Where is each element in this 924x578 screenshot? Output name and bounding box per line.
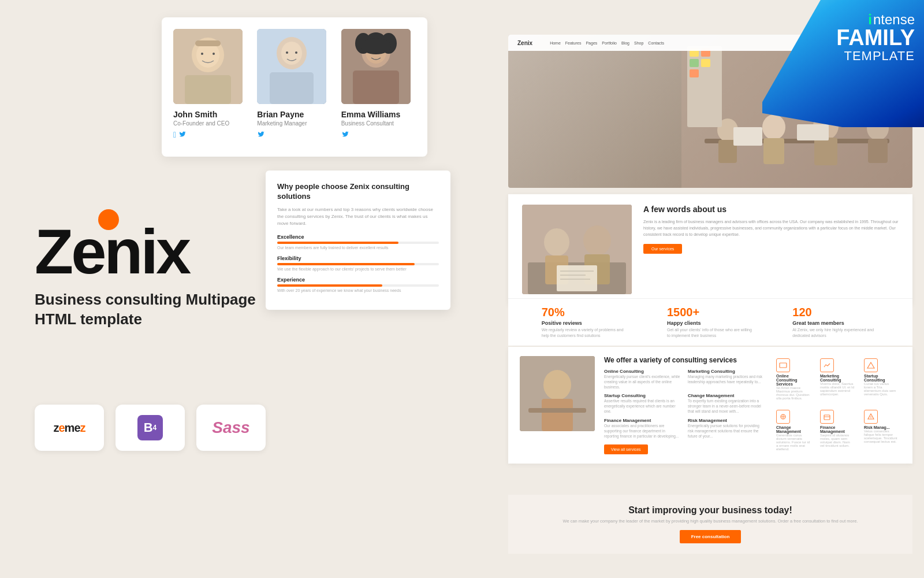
stat-reviews-label: Positive reviews bbox=[542, 320, 628, 326]
svg-rect-6 bbox=[195, 40, 221, 46]
stat-reviews-desc: We regularly review a variety of problem… bbox=[542, 327, 628, 339]
service-online-consulting: Online Consulting Energetically pursue c… bbox=[604, 369, 681, 390]
svg-rect-2 bbox=[185, 75, 231, 104]
tech-badges: zemez B4 Sass bbox=[35, 405, 266, 451]
svg-point-4 bbox=[201, 53, 203, 55]
svg-rect-32 bbox=[868, 139, 888, 163]
svg-rect-33 bbox=[733, 127, 762, 146]
finance-management-icon bbox=[820, 410, 834, 424]
stats-section: 70% Positive reviews We regularly review… bbox=[508, 298, 912, 346]
emma-name: Emma Williams bbox=[341, 110, 401, 119]
badge-content: i ntense FAMILY TEMPLATE bbox=[836, 13, 915, 64]
emma-twitter[interactable] bbox=[341, 130, 349, 139]
nav-shop[interactable]: Shop bbox=[634, 41, 643, 45]
nav-contacts[interactable]: Contacts bbox=[648, 41, 664, 45]
svg-rect-62 bbox=[824, 415, 830, 420]
stat-team-label: Great team members bbox=[792, 320, 879, 326]
svg-rect-28 bbox=[763, 138, 784, 164]
service-risk-management: Risk Management Energetically pursue sol… bbox=[688, 418, 765, 439]
services-section: We offer a variety of consulting service… bbox=[508, 347, 912, 464]
intense-line: i ntense bbox=[836, 13, 915, 27]
online-consulting-icon bbox=[776, 358, 790, 372]
team-cards: John Smith Co-Founder and CEO  Brian Pa… bbox=[162, 17, 427, 157]
cta-banner-title: Start improving your business today! bbox=[522, 505, 899, 516]
stat-clients-label: Happy clients bbox=[667, 320, 754, 326]
intense-badge: i ntense FAMILY TEMPLATE bbox=[762, 0, 924, 127]
skill-flexibility: Flexibility We use the flexible approach… bbox=[277, 255, 439, 271]
service-grid-marketing: Marketing Consulting Viverra dolor, Saor… bbox=[818, 356, 857, 403]
why-card: Why people choose Zenix consulting solut… bbox=[266, 171, 450, 310]
skill-experience: Experience With over 20 years of experie… bbox=[277, 277, 439, 292]
john-twitter[interactable]:  bbox=[173, 130, 187, 139]
svg-point-11 bbox=[286, 51, 288, 54]
stat-clients-number: 1500+ bbox=[667, 306, 754, 319]
brian-twitter[interactable] bbox=[257, 130, 265, 139]
stat-team-number: 120 bbox=[792, 306, 879, 319]
service-grid-online: Online Consulting Services Sit Amet maec… bbox=[774, 356, 813, 403]
stat-reviews-number: 70% bbox=[542, 306, 628, 319]
brian-photo bbox=[257, 29, 326, 104]
intense-bracket: i bbox=[868, 13, 872, 27]
about-title: A few words about us bbox=[643, 205, 899, 214]
stat-team-desc: At Zenix, we only hire highly experience… bbox=[792, 327, 879, 339]
svg-point-10 bbox=[281, 42, 302, 65]
nav-pages[interactable]: Pages bbox=[586, 41, 597, 45]
nav-portfolio[interactable]: Portfolio bbox=[602, 41, 617, 45]
john-title: Co-Founder and CEO bbox=[173, 120, 229, 127]
cta-banner-subtitle: We can make your company the leader of t… bbox=[522, 518, 899, 524]
skill-text-excellence: Our team members are fully trained to de… bbox=[277, 246, 439, 250]
zenix-brand: Zenix Business consulting Multipage HTML… bbox=[35, 220, 256, 329]
service-startup-consulting: Startup Consulting Assertive results req… bbox=[604, 393, 681, 414]
intense-family: FAMILY bbox=[836, 27, 915, 49]
badge-sass: Sass bbox=[196, 405, 266, 451]
service-finance-management: Finance Management Our associates and pr… bbox=[604, 418, 681, 439]
nav-blog[interactable]: Blog bbox=[621, 41, 629, 45]
svg-rect-57 bbox=[528, 408, 586, 413]
services-icon-grid: Online Consulting Services Sit Amet maec… bbox=[774, 356, 901, 454]
team-card-emma: Emma Williams Business Consultant bbox=[341, 29, 416, 139]
services-title: We offer a variety of consulting service… bbox=[604, 356, 765, 364]
why-description: Take a look at our numbers and top 3 rea… bbox=[277, 206, 439, 227]
service-grid-change: Change Management Generatos curus dictum… bbox=[774, 407, 813, 454]
about-cta-button[interactable]: Our services bbox=[643, 244, 682, 254]
svg-rect-40 bbox=[690, 69, 699, 77]
stat-clients: 1500+ Happy clients Get all your clients… bbox=[667, 306, 754, 339]
svg-rect-39 bbox=[701, 59, 710, 67]
stat-clients-desc: Get all your clients' info of those who … bbox=[667, 327, 754, 339]
marketing-consulting-icon bbox=[820, 358, 834, 372]
badge-zemes: zemez bbox=[35, 405, 104, 451]
skill-label-flexibility: Flexibility bbox=[277, 255, 439, 261]
nav-features[interactable]: Features bbox=[565, 41, 582, 45]
services-cta-button[interactable]: View all services bbox=[604, 444, 648, 454]
nav-links: Home Features Pages Portfolio Blog Shop … bbox=[550, 41, 664, 45]
zenix-logo: Zenix bbox=[35, 220, 256, 283]
emma-title: Business Consultant bbox=[341, 120, 394, 127]
service-change-management: Change Management To expertly turn exist… bbox=[688, 393, 765, 414]
team-card-john: John Smith Co-Founder and CEO  bbox=[173, 29, 248, 139]
svg-point-65 bbox=[870, 418, 871, 419]
risk-management-icon bbox=[864, 410, 878, 424]
services-list: We offer a variety of consulting service… bbox=[604, 356, 765, 454]
svg-rect-15 bbox=[353, 71, 399, 104]
badge-bootstrap: B4 bbox=[116, 405, 185, 451]
brian-name: Brian Payne bbox=[257, 110, 304, 119]
skill-excellence: Excellence Our team members are fully tr… bbox=[277, 234, 439, 250]
nav-home[interactable]: Home bbox=[550, 41, 561, 45]
svg-rect-58 bbox=[780, 363, 787, 368]
cta-banner-button[interactable]: Free consultation bbox=[680, 530, 742, 543]
svg-point-22 bbox=[361, 38, 391, 54]
about-section: A few words about us Zenix is a leading … bbox=[508, 194, 912, 305]
services-grid-list: Online Consulting Energetically pursue c… bbox=[604, 369, 765, 439]
about-text: A few words about us Zenix is a leading … bbox=[643, 205, 899, 294]
svg-rect-38 bbox=[690, 59, 699, 67]
services-image bbox=[520, 356, 595, 431]
about-body: Zenix is a leading firm of business mana… bbox=[643, 218, 899, 238]
brian-title: Marketing Manager bbox=[257, 120, 307, 127]
intense-word: ntense bbox=[873, 13, 915, 27]
svg-point-12 bbox=[295, 51, 297, 54]
svg-point-55 bbox=[543, 370, 571, 400]
service-marketing-consulting: Marketing Consulting Managing many marke… bbox=[688, 369, 765, 390]
svg-rect-30 bbox=[814, 138, 837, 165]
team-card-brian: Brian Payne Marketing Manager bbox=[257, 29, 331, 139]
svg-point-5 bbox=[213, 53, 215, 55]
